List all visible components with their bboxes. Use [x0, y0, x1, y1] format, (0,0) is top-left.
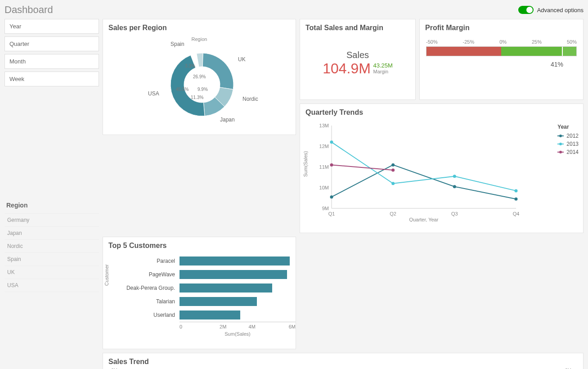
- hbar-name: PageWave: [126, 271, 180, 278]
- svg-text:9M: 9M: [322, 206, 329, 211]
- advanced-options-label: Advanced options: [537, 7, 584, 14]
- svg-text:13M: 13M: [319, 123, 329, 128]
- line-chart[interactable]: 9M10M11M12M13MQ1Q2Q3Q4Quarter, Year: [318, 123, 543, 222]
- svg-point-12: [453, 185, 456, 188]
- panel-total-sales-margin: Total Sales and Margin Sales 104.9M 43.2…: [300, 19, 416, 100]
- hbar-xlabel: Sum(Sales): [180, 331, 296, 337]
- hbar[interactable]: [180, 310, 240, 320]
- svg-point-10: [330, 195, 333, 198]
- panel-title: Sales per Region: [103, 19, 296, 36]
- region-item-uk[interactable]: UK: [4, 266, 99, 279]
- svg-point-15: [391, 182, 395, 185]
- hbar-name: Talarian: [126, 298, 180, 305]
- donut-label-nordic: Nordic: [242, 96, 258, 102]
- kpi-value: 104.9M: [323, 60, 371, 77]
- donut-pct: 11.3%: [191, 95, 203, 100]
- hbar[interactable]: [180, 256, 290, 266]
- gauge-tick: 50%: [567, 39, 577, 45]
- hbar[interactable]: [180, 297, 257, 306]
- svg-point-16: [453, 175, 456, 178]
- svg-text:12M: 12M: [319, 144, 329, 149]
- page-title: Dashboard: [4, 4, 53, 16]
- region-filter-list: GermanyJapanNordicSpainUKUSA: [4, 213, 99, 292]
- hbar-name: Deak-Perera Group.: [126, 285, 180, 291]
- donut-label-spain: Spain: [171, 41, 184, 47]
- gauge-value: 41%: [426, 61, 577, 68]
- svg-text:Quarter, Year: Quarter, Year: [409, 217, 439, 222]
- svg-point-17: [515, 189, 518, 192]
- gauge-tick: 25%: [532, 39, 542, 45]
- kpi-sub-label: Margin: [373, 69, 392, 74]
- hbar[interactable]: [180, 284, 272, 292]
- panel-sales-trend: Sales Trend Sum(Sales) Sum(Margin) 02M4M…: [103, 353, 584, 369]
- gauge-scale: -50%-25%0%25%50%: [426, 39, 577, 45]
- gauge-bar[interactable]: [426, 46, 577, 56]
- svg-text:Q4: Q4: [513, 211, 520, 216]
- line-ylabel: Sum(Sales): [303, 151, 308, 177]
- legend-item-2014[interactable]: 2014: [557, 149, 579, 155]
- hbar[interactable]: [180, 270, 287, 279]
- panel-top5-customers: Top 5 Customers Customer ParacelPageWave…: [103, 237, 296, 349]
- donut-label-japan: Japan: [220, 117, 235, 123]
- region-item-japan[interactable]: Japan: [4, 226, 99, 239]
- filter-month[interactable]: Month: [4, 54, 99, 69]
- legend-item-2012[interactable]: 2012: [557, 133, 579, 139]
- region-item-nordic[interactable]: Nordic: [4, 239, 99, 252]
- hbar-name: Userland: [126, 312, 180, 318]
- panel-title: Profit Margin: [420, 19, 583, 36]
- svg-point-18: [330, 163, 333, 166]
- region-item-germany[interactable]: Germany: [4, 213, 99, 226]
- donut-pct: 45.5%: [176, 87, 189, 92]
- panel-sales-per-region: Sales per Region Region SpainUKNordicJap…: [103, 19, 296, 135]
- region-filter-title: Region: [4, 199, 99, 213]
- donut-label-usa: USA: [148, 90, 159, 97]
- filter-year[interactable]: Year: [4, 19, 99, 34]
- svg-point-11: [391, 163, 395, 166]
- panel-quarterly-trends: Quarterly Trends Sum(Sales) 9M10M11M12M1…: [300, 104, 584, 233]
- gauge-tick: 0%: [499, 39, 507, 45]
- svg-text:Q3: Q3: [451, 211, 458, 216]
- advanced-options-toggle[interactable]: [518, 6, 534, 14]
- svg-text:Q1: Q1: [328, 211, 335, 216]
- donut-pct: 9.9%: [197, 87, 208, 92]
- legend-title: Year: [557, 124, 579, 130]
- filter-week[interactable]: Week: [4, 72, 99, 86]
- filter-quarter[interactable]: Quarter: [4, 36, 99, 51]
- donut-chart[interactable]: SpainUKNordicJapanUSA3.3%26.9%9.9%11.3%4…: [103, 42, 296, 132]
- donut-label-uk: UK: [238, 56, 246, 63]
- line-legend: Year 201220132014: [557, 124, 579, 157]
- gauge-tick: -25%: [463, 39, 475, 45]
- panel-title: Total Sales and Margin: [300, 19, 415, 36]
- kpi-sub-value: 43.25M: [373, 62, 392, 69]
- svg-point-19: [391, 168, 395, 171]
- region-item-spain[interactable]: Spain: [4, 252, 99, 266]
- panel-profit-margin: Profit Margin -50%-25%0%25%50% 41%: [419, 19, 584, 100]
- filters: YearQuarterMonthWeek: [4, 19, 99, 86]
- panel-title: Sales Trend: [103, 353, 583, 369]
- hbar-name: Paracel: [126, 258, 180, 264]
- svg-text:11M: 11M: [319, 164, 329, 170]
- svg-text:Q2: Q2: [390, 211, 396, 216]
- hbar-ylabel: Customer: [104, 264, 109, 286]
- panel-title: Top 5 Customers: [103, 237, 296, 254]
- kpi-label: Sales: [300, 50, 415, 60]
- gauge-tick: -50%: [426, 39, 438, 45]
- svg-point-14: [330, 140, 333, 144]
- donut-legend-title: Region: [103, 36, 296, 42]
- svg-point-13: [515, 198, 518, 201]
- legend-item-2013[interactable]: 2013: [557, 141, 579, 147]
- donut-pct: 3.3%: [185, 63, 195, 68]
- panel-title: Quarterly Trends: [300, 104, 583, 121]
- region-item-usa[interactable]: USA: [4, 279, 99, 292]
- svg-text:10M: 10M: [319, 185, 329, 190]
- donut-pct: 26.9%: [193, 74, 206, 79]
